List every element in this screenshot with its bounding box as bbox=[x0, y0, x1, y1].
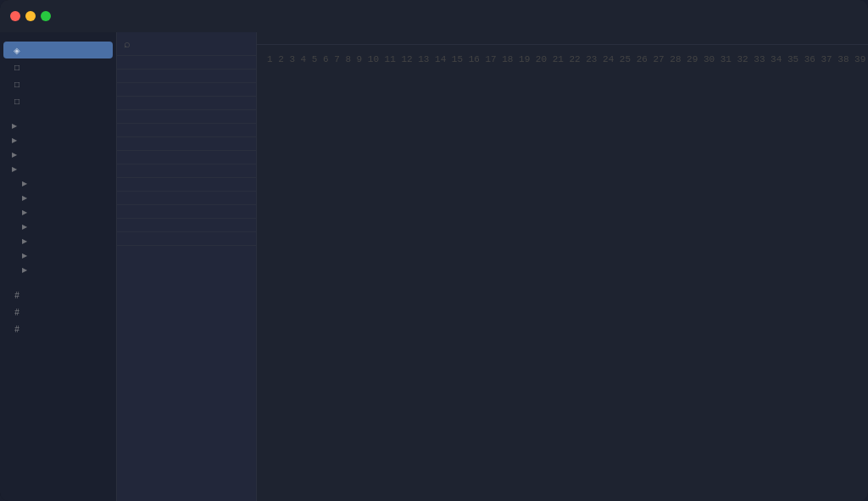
chevron-icon: ▶ bbox=[22, 266, 27, 274]
list-item[interactable] bbox=[117, 219, 256, 232]
sidebar-folder-front-end-dev[interactable]: ▶ bbox=[3, 162, 113, 176]
chevron-icon: ▶ bbox=[12, 165, 17, 173]
chevron-icon: ▶ bbox=[22, 237, 27, 245]
list-item[interactable] bbox=[117, 56, 256, 70]
smart-groups-label bbox=[0, 277, 116, 287]
main-window: ◈ □ □ □ ▶ ▶ bbox=[0, 0, 868, 501]
doc-icon3: □ bbox=[12, 96, 22, 106]
titlebar bbox=[0, 0, 868, 32]
sidebar-item-markdown[interactable]: □ bbox=[3, 75, 113, 92]
sidebar-folder-notes[interactable]: ▶ bbox=[3, 148, 113, 162]
hash-icon3: # bbox=[12, 324, 22, 334]
sidebar-folder-apple[interactable]: ▶ bbox=[3, 133, 113, 148]
list-panel: ⌕ bbox=[117, 32, 257, 501]
chevron-icon: ▶ bbox=[22, 194, 27, 202]
editor-content[interactable]: 1 2 3 4 5 6 7 8 9 10 11 12 13 14 15 16 1… bbox=[257, 45, 868, 501]
list-item[interactable] bbox=[117, 178, 256, 192]
chevron-icon: ▶ bbox=[22, 252, 27, 259]
editor-title bbox=[257, 32, 868, 45]
chevron-icon: ▶ bbox=[22, 209, 27, 216]
maximize-button[interactable] bbox=[41, 11, 51, 21]
sidebar-folder-python[interactable]: ▶ bbox=[3, 205, 113, 220]
chevron-icon: ▶ bbox=[12, 151, 17, 159]
list-item[interactable] bbox=[117, 151, 256, 164]
sidebar-folder-cocoa[interactable]: ▶ bbox=[3, 263, 113, 277]
sidebar-item-sg-no-tags[interactable]: # bbox=[3, 303, 113, 320]
sidebar-folder-php[interactable]: ▶ bbox=[3, 176, 113, 191]
sidebar-item-uncategorized[interactable]: □ bbox=[3, 58, 113, 75]
chevron-icon: ▶ bbox=[22, 180, 27, 187]
sidebar-folder-wordpress[interactable]: ▶ bbox=[3, 248, 113, 263]
editor-panel: 1 2 3 4 5 6 7 8 9 10 11 12 13 14 15 16 1… bbox=[257, 32, 868, 501]
search-icon: ⌕ bbox=[124, 37, 131, 50]
doc-icon: □ bbox=[12, 62, 22, 72]
list-item[interactable] bbox=[117, 205, 256, 219]
list-item[interactable] bbox=[117, 70, 256, 83]
sidebar-folder-my-project2[interactable]: ▶ bbox=[3, 220, 113, 234]
search-input[interactable] bbox=[135, 38, 262, 50]
main-layout: ◈ □ □ □ ▶ ▶ bbox=[0, 32, 868, 501]
list-item[interactable] bbox=[117, 124, 256, 137]
hash-icon: # bbox=[12, 290, 22, 300]
sidebar: ◈ □ □ □ ▶ ▶ bbox=[0, 32, 117, 501]
sidebar-item-sg-markdown[interactable]: # bbox=[3, 287, 113, 303]
sidebar-item-sg-recently[interactable]: # bbox=[3, 320, 113, 337]
doc-icon2: □ bbox=[12, 79, 22, 89]
favorites-label bbox=[0, 32, 116, 42]
traffic-lights bbox=[10, 11, 51, 21]
list-item[interactable] bbox=[117, 83, 256, 97]
list-item[interactable] bbox=[117, 164, 256, 178]
chevron-icon: ▶ bbox=[12, 136, 17, 144]
folders-label bbox=[0, 109, 116, 119]
sidebar-folder-journals[interactable]: ▶ bbox=[3, 234, 113, 248]
chevron-icon: ▶ bbox=[12, 122, 17, 130]
list-item[interactable] bbox=[117, 232, 256, 246]
all-snippets-icon: ◈ bbox=[12, 45, 22, 55]
hash-icon2: # bbox=[12, 307, 22, 317]
list-item[interactable] bbox=[117, 97, 256, 110]
minimize-button[interactable] bbox=[25, 11, 36, 21]
chevron-icon: ▶ bbox=[22, 223, 27, 231]
sidebar-folder-git[interactable]: ▶ bbox=[3, 191, 113, 205]
snippet-list bbox=[117, 56, 256, 501]
sidebar-item-my-project[interactable]: □ bbox=[3, 92, 113, 109]
search-bar: ⌕ bbox=[117, 32, 256, 56]
close-button[interactable] bbox=[10, 11, 20, 21]
sidebar-folder-mysql[interactable]: ▶ bbox=[3, 119, 113, 133]
list-item[interactable] bbox=[117, 110, 256, 124]
sidebar-item-all-snippets[interactable]: ◈ bbox=[3, 42, 113, 58]
line-numbers: 1 2 3 4 5 6 7 8 9 10 11 12 13 14 15 16 1… bbox=[260, 52, 868, 494]
list-item[interactable] bbox=[117, 137, 256, 151]
list-item[interactable] bbox=[117, 192, 256, 205]
